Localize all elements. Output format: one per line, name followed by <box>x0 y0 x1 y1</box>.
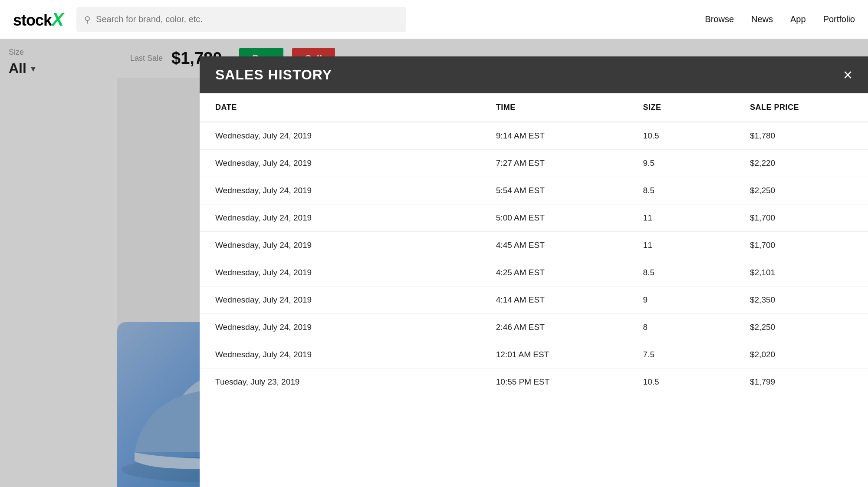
table-row: Wednesday, July 24, 2019 7:27 AM EST 9.5… <box>200 150 868 177</box>
cell-size: 8.5 <box>628 177 734 204</box>
nav-app[interactable]: App <box>790 14 806 24</box>
cell-size: 11 <box>628 204 734 232</box>
table-row: Wednesday, July 24, 2019 2:46 AM EST 8 $… <box>200 314 868 341</box>
table-row: Wednesday, July 24, 2019 12:01 AM EST 7.… <box>200 341 868 369</box>
search-bar[interactable]: ⚲ <box>76 7 406 32</box>
cell-price: $1,799 <box>734 369 868 396</box>
table-row: Wednesday, July 24, 2019 4:45 AM EST 11 … <box>200 232 868 259</box>
cell-time: 12:01 AM EST <box>480 341 628 369</box>
cell-price: $1,780 <box>734 122 868 150</box>
cell-price: $1,700 <box>734 204 868 232</box>
cell-price: $2,250 <box>734 177 868 204</box>
table-row: Wednesday, July 24, 2019 4:25 AM EST 8.5… <box>200 259 868 286</box>
cell-date: Wednesday, July 24, 2019 <box>200 286 480 314</box>
cell-date: Wednesday, July 24, 2019 <box>200 204 480 232</box>
cell-price: $2,350 <box>734 286 868 314</box>
table-row: Tuesday, July 23, 2019 10:55 PM EST 10.5… <box>200 369 868 396</box>
modal-header: SALES HISTORY × <box>200 56 868 93</box>
logo[interactable]: stockX <box>13 9 63 30</box>
cell-date: Wednesday, July 24, 2019 <box>200 314 480 341</box>
cell-time: 5:00 AM EST <box>480 204 628 232</box>
cell-price: $2,250 <box>734 314 868 341</box>
cell-time: 2:46 AM EST <box>480 314 628 341</box>
table-row: Wednesday, July 24, 2019 4:14 AM EST 9 $… <box>200 286 868 314</box>
cell-date: Wednesday, July 24, 2019 <box>200 122 480 150</box>
nav-portfolio[interactable]: Portfolio <box>823 14 855 24</box>
sales-history-table: DATE TIME SIZE SALE PRICE Wednesday, Jul… <box>200 93 868 395</box>
cell-time: 5:54 AM EST <box>480 177 628 204</box>
cell-size: 10.5 <box>628 369 734 396</box>
table-body: Wednesday, July 24, 2019 9:14 AM EST 10.… <box>200 122 868 395</box>
sales-history-modal: SALES HISTORY × DATE TIME SIZE SALE PRIC… <box>200 56 868 487</box>
logo-text: stockX <box>13 9 63 30</box>
modal-close-button[interactable]: × <box>843 67 852 83</box>
nav: Browse News App Portfolio <box>687 14 855 24</box>
cell-price: $2,220 <box>734 150 868 177</box>
cell-price: $2,101 <box>734 259 868 286</box>
table-row: Wednesday, July 24, 2019 5:54 AM EST 8.5… <box>200 177 868 204</box>
cell-time: 4:45 AM EST <box>480 232 628 259</box>
sales-history-table-container[interactable]: DATE TIME SIZE SALE PRICE Wednesday, Jul… <box>200 93 868 487</box>
modal-title: SALES HISTORY <box>215 67 332 83</box>
cell-size: 8 <box>628 314 734 341</box>
search-icon: ⚲ <box>84 14 91 25</box>
nav-browse[interactable]: Browse <box>705 14 734 24</box>
table-header: DATE TIME SIZE SALE PRICE <box>200 93 868 122</box>
header: stockX ⚲ Browse News App Portfolio <box>0 0 868 39</box>
cell-price: $1,700 <box>734 232 868 259</box>
cell-date: Wednesday, July 24, 2019 <box>200 259 480 286</box>
cell-price: $2,020 <box>734 341 868 369</box>
search-input[interactable] <box>96 14 398 24</box>
cell-time: 7:27 AM EST <box>480 150 628 177</box>
cell-date: Wednesday, July 24, 2019 <box>200 232 480 259</box>
cell-size: 10.5 <box>628 122 734 150</box>
cell-date: Wednesday, July 24, 2019 <box>200 150 480 177</box>
cell-time: 9:14 AM EST <box>480 122 628 150</box>
table-row: Wednesday, July 24, 2019 5:00 AM EST 11 … <box>200 204 868 232</box>
col-header-time: TIME <box>480 93 628 122</box>
cell-size: 8.5 <box>628 259 734 286</box>
col-header-size: SIZE <box>628 93 734 122</box>
cell-time: 10:55 PM EST <box>480 369 628 396</box>
cell-size: 7.5 <box>628 341 734 369</box>
nav-news[interactable]: News <box>751 14 773 24</box>
cell-time: 4:25 AM EST <box>480 259 628 286</box>
table-row: Wednesday, July 24, 2019 9:14 AM EST 10.… <box>200 122 868 150</box>
cell-date: Wednesday, July 24, 2019 <box>200 177 480 204</box>
cell-size: 9 <box>628 286 734 314</box>
cell-date: Wednesday, July 24, 2019 <box>200 341 480 369</box>
cell-time: 4:14 AM EST <box>480 286 628 314</box>
col-header-price: SALE PRICE <box>734 93 868 122</box>
cell-size: 9.5 <box>628 150 734 177</box>
col-header-date: DATE <box>200 93 480 122</box>
cell-size: 11 <box>628 232 734 259</box>
cell-date: Tuesday, July 23, 2019 <box>200 369 480 396</box>
